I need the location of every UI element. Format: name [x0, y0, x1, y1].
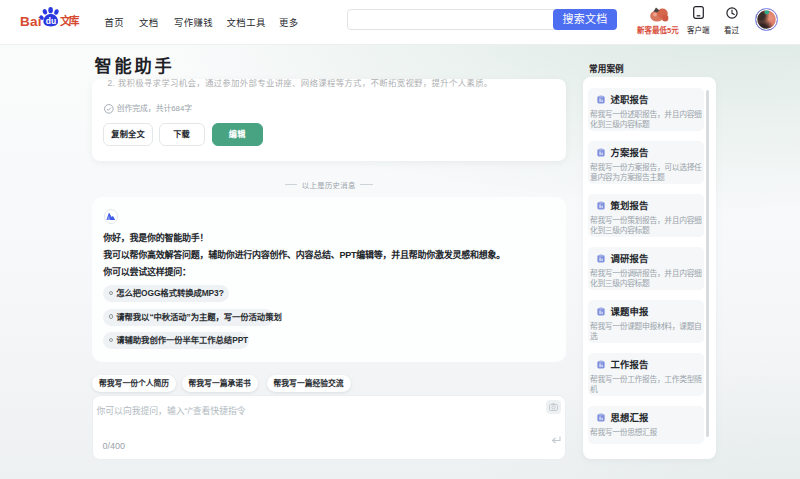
svg-text:du: du [46, 16, 56, 26]
svg-text:文库: 文库 [60, 14, 80, 27]
svg-text:Bai: Bai [20, 14, 42, 29]
